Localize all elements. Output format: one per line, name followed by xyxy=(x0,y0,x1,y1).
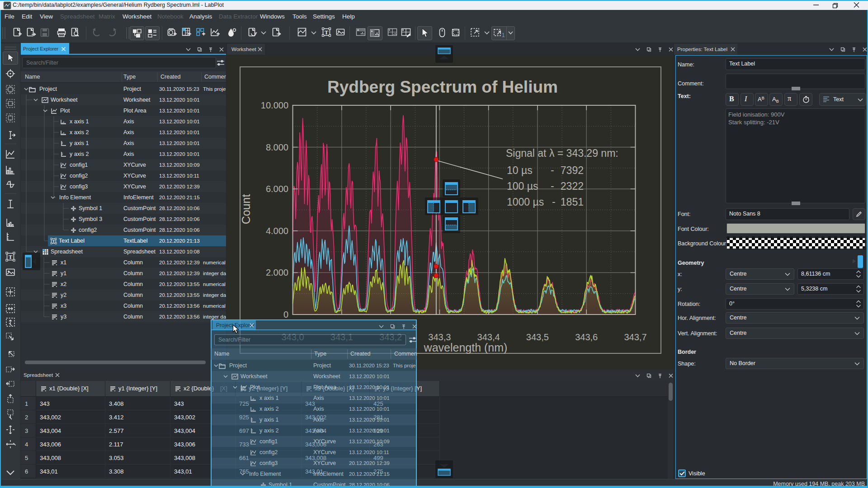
svg-text:10 µs: 10 µs xyxy=(507,164,533,176)
svg-text:4.000: 4.000 xyxy=(266,226,288,236)
svg-text:wavelength (nm): wavelength (nm) xyxy=(424,341,508,354)
svg-text:-: - xyxy=(551,180,554,192)
svg-text:2322: 2322 xyxy=(561,180,584,192)
svg-text:1000 µs: 1000 µs xyxy=(507,196,544,208)
svg-text:Rydberg Spectrum of Helium: Rydberg Spectrum of Helium xyxy=(327,78,558,96)
svg-text:T: T xyxy=(52,239,55,244)
svg-text:343,5: 343,5 xyxy=(526,332,549,342)
svg-text:T: T xyxy=(325,29,328,36)
svg-text:T: T xyxy=(9,254,12,260)
svg-text:343,7: 343,7 xyxy=(624,332,646,342)
svg-text:343,3: 343,3 xyxy=(428,332,451,342)
svg-text:7392: 7392 xyxy=(561,164,584,176)
svg-text:343,6: 343,6 xyxy=(575,332,598,342)
svg-text:-: - xyxy=(552,196,556,207)
svg-text:Count: Count xyxy=(240,194,252,225)
svg-text:1851: 1851 xyxy=(561,196,584,208)
svg-text:6.000: 6.000 xyxy=(266,184,288,194)
svg-text:Signal at λ = 343.29 nm:: Signal at λ = 343.29 nm: xyxy=(506,147,618,159)
svg-text:8.000: 8.000 xyxy=(266,142,288,152)
svg-text:-: - xyxy=(551,164,554,176)
svg-text:1: 1 xyxy=(502,32,505,38)
svg-text:10.000: 10.000 xyxy=(261,100,288,110)
svg-text:2.000: 2.000 xyxy=(266,267,288,277)
svg-text:0: 0 xyxy=(283,310,288,319)
svg-text:343,4: 343,4 xyxy=(477,332,500,342)
svg-text:100 µs: 100 µs xyxy=(507,180,538,192)
